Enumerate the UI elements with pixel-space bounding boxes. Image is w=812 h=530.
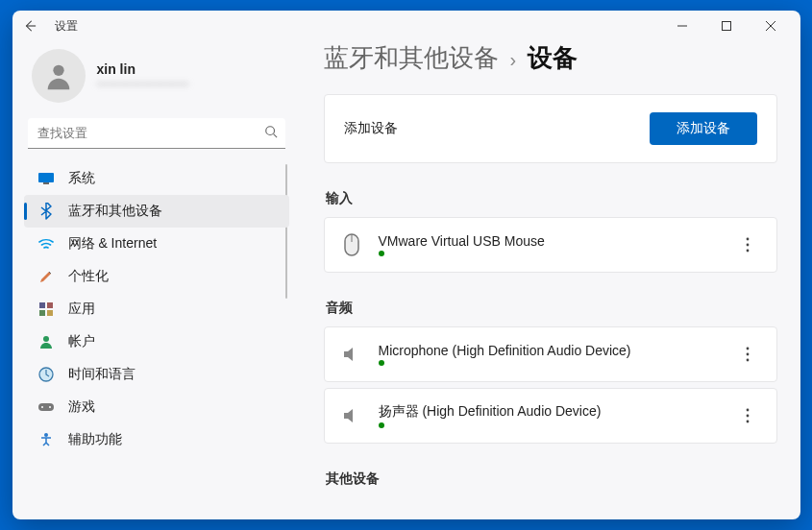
svg-rect-1 bbox=[722, 22, 730, 31]
bluetooth-icon bbox=[37, 203, 55, 220]
svg-point-18 bbox=[44, 433, 48, 437]
device-more-button[interactable] bbox=[732, 229, 763, 260]
more-vertical-icon bbox=[746, 237, 750, 253]
titlebar: 设置 bbox=[12, 11, 800, 41]
main-content: 蓝牙和其他设备 › 设备 添加设备 添加设备 输入 VMware Virtual… bbox=[301, 41, 800, 519]
sidebar-item-time-language[interactable]: 时间和语言 bbox=[24, 358, 289, 391]
breadcrumb: 蓝牙和其他设备 › 设备 bbox=[324, 41, 777, 75]
svg-point-22 bbox=[746, 244, 749, 247]
more-vertical-icon bbox=[746, 347, 750, 362]
status-dot bbox=[379, 251, 384, 256]
sidebar-item-bluetooth[interactable]: 蓝牙和其他设备 bbox=[24, 195, 289, 228]
sidebar-item-gaming[interactable]: 游戏 bbox=[24, 391, 289, 423]
sidebar-item-label: 应用 bbox=[68, 301, 95, 318]
section-title-audio: 音频 bbox=[326, 300, 777, 317]
svg-point-13 bbox=[43, 336, 49, 342]
svg-point-26 bbox=[746, 359, 749, 362]
settings-window: 设置 xin lin ———————— bbox=[12, 11, 800, 519]
speaker-icon bbox=[338, 341, 365, 368]
close-button[interactable] bbox=[749, 11, 793, 41]
sidebar-item-label: 个性化 bbox=[68, 268, 109, 285]
sidebar-item-label: 帐户 bbox=[68, 333, 95, 350]
user-block[interactable]: xin lin ———————— bbox=[24, 41, 289, 118]
section-title-other: 其他设备 bbox=[326, 470, 777, 488]
apps-icon bbox=[37, 301, 55, 318]
chevron-right-icon: › bbox=[510, 49, 517, 71]
globe-clock-icon bbox=[37, 366, 55, 383]
device-row-mouse[interactable]: VMware Virtual USB Mouse bbox=[324, 217, 777, 273]
svg-point-21 bbox=[746, 238, 749, 241]
sidebar-item-personalization[interactable]: 个性化 bbox=[24, 260, 289, 293]
svg-point-29 bbox=[746, 421, 749, 423]
mouse-icon bbox=[338, 231, 365, 258]
sidebar-item-label: 蓝牙和其他设备 bbox=[68, 203, 162, 220]
svg-point-23 bbox=[746, 250, 749, 253]
more-vertical-icon bbox=[746, 408, 750, 423]
svg-point-5 bbox=[265, 127, 274, 135]
svg-point-24 bbox=[746, 348, 749, 350]
svg-line-6 bbox=[273, 134, 277, 138]
svg-point-17 bbox=[49, 406, 51, 408]
svg-rect-9 bbox=[39, 302, 45, 308]
svg-point-28 bbox=[746, 415, 749, 418]
speaker-icon bbox=[338, 402, 365, 429]
sidebar-item-label: 系统 bbox=[68, 170, 95, 187]
sidebar-item-label: 网络 & Internet bbox=[68, 235, 158, 253]
svg-rect-7 bbox=[38, 173, 54, 182]
sidebar-item-apps[interactable]: 应用 bbox=[24, 293, 289, 325]
device-row-microphone[interactable]: Microphone (High Definition Audio Device… bbox=[324, 326, 777, 382]
user-sub: ———————— bbox=[97, 77, 189, 90]
maximize-icon bbox=[722, 21, 731, 31]
wifi-icon bbox=[37, 235, 55, 253]
device-name: 扬声器 (High Definition Audio Device) bbox=[379, 403, 719, 421]
device-name: VMware Virtual USB Mouse bbox=[379, 233, 719, 249]
svg-point-16 bbox=[41, 406, 43, 408]
add-device-label: 添加设备 bbox=[344, 120, 398, 137]
device-more-button[interactable] bbox=[732, 339, 763, 370]
minimize-icon bbox=[677, 21, 687, 31]
display-icon bbox=[37, 170, 55, 187]
status-dot bbox=[379, 360, 384, 366]
avatar bbox=[32, 49, 86, 103]
maximize-button[interactable] bbox=[704, 11, 749, 41]
sidebar-item-label: 辅助功能 bbox=[68, 431, 122, 448]
device-more-button[interactable] bbox=[732, 400, 763, 431]
status-dot bbox=[379, 422, 384, 428]
sidebar-item-system[interactable]: 系统 bbox=[24, 162, 289, 195]
arrow-left-icon bbox=[23, 19, 37, 33]
sidebar-item-network[interactable]: 网络 & Internet bbox=[24, 228, 289, 260]
add-device-button[interactable]: 添加设备 bbox=[650, 112, 757, 145]
person-icon bbox=[42, 60, 75, 92]
svg-rect-11 bbox=[39, 310, 45, 316]
sidebar-item-label: 时间和语言 bbox=[68, 366, 135, 383]
page-title: 设备 bbox=[528, 41, 578, 75]
back-button[interactable] bbox=[20, 16, 39, 36]
sidebar-item-accessibility[interactable]: 辅助功能 bbox=[24, 423, 289, 456]
svg-point-25 bbox=[746, 353, 749, 356]
sidebar-item-label: 游戏 bbox=[68, 398, 95, 416]
minimize-button[interactable] bbox=[660, 11, 704, 41]
search-input[interactable] bbox=[28, 118, 285, 149]
svg-point-27 bbox=[746, 409, 749, 412]
person-green-icon bbox=[37, 333, 55, 350]
device-row-speaker[interactable]: 扬声器 (High Definition Audio Device) bbox=[324, 388, 777, 444]
gamepad-icon bbox=[37, 398, 55, 416]
brush-icon bbox=[37, 268, 55, 285]
svg-rect-15 bbox=[38, 403, 54, 411]
add-device-card: 添加设备 添加设备 bbox=[324, 94, 777, 163]
section-title-input: 输入 bbox=[326, 190, 777, 207]
search-box bbox=[28, 118, 285, 149]
user-name: xin lin bbox=[97, 61, 189, 77]
breadcrumb-parent[interactable]: 蓝牙和其他设备 bbox=[324, 41, 499, 75]
accessibility-icon bbox=[37, 431, 55, 448]
svg-rect-8 bbox=[43, 182, 49, 184]
window-title: 设置 bbox=[55, 18, 78, 35]
nav: 系统 蓝牙和其他设备 网络 & Internet 个性化 应用 bbox=[24, 162, 289, 508]
device-name: Microphone (High Definition Audio Device… bbox=[379, 343, 719, 358]
svg-rect-12 bbox=[47, 310, 53, 316]
svg-point-4 bbox=[53, 65, 63, 76]
svg-rect-10 bbox=[47, 302, 53, 308]
close-icon bbox=[766, 21, 775, 31]
search-icon bbox=[264, 125, 278, 142]
sidebar-item-accounts[interactable]: 帐户 bbox=[24, 325, 289, 358]
